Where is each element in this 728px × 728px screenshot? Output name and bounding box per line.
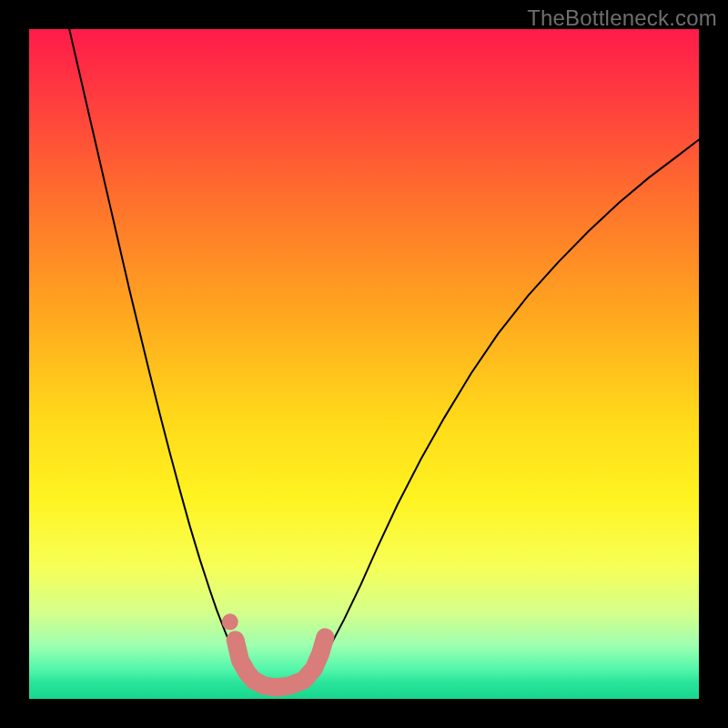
chart-frame: TheBottleneck.com [0,0,728,728]
gradient-background [29,29,699,699]
watermark-text: TheBottleneck.com [527,5,717,31]
valley-dot-marker [222,613,238,630]
bottleneck-chart [29,29,699,699]
